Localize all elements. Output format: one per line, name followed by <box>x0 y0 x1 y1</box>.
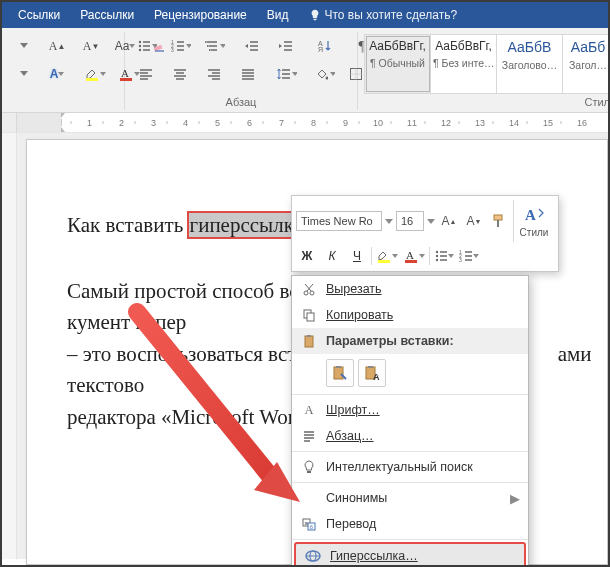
ctx-cut[interactable]: Вырезать <box>292 276 528 302</box>
chevron-down-icon[interactable] <box>427 211 435 231</box>
mini-font-size[interactable] <box>396 211 424 231</box>
justify-button[interactable] <box>233 62 263 86</box>
separator <box>292 539 528 540</box>
mini-styles-button[interactable]: A Стили <box>513 200 554 242</box>
shrink-font-button[interactable]: A▼ <box>76 34 106 58</box>
svg-point-15 <box>326 77 328 80</box>
tab-mailings[interactable]: Рассылки <box>70 2 144 28</box>
mini-shrink-font[interactable]: A▼ <box>463 210 485 232</box>
mini-bold[interactable]: Ж <box>296 245 318 267</box>
svg-rect-57 <box>405 260 417 263</box>
svg-text:3: 3 <box>171 47 174 53</box>
svg-point-4 <box>139 41 141 43</box>
numbering-button[interactable]: 123 <box>165 34 195 58</box>
underline-dropdown[interactable] <box>8 62 38 86</box>
bullet-list-icon <box>434 249 448 263</box>
text-run: кумент гипер <box>67 310 186 334</box>
line-spacing-icon <box>277 67 290 81</box>
svg-rect-75 <box>307 471 311 473</box>
svg-point-64 <box>304 291 308 295</box>
ribbon-group-paragraph: 123 <box>125 32 358 110</box>
style-heading1[interactable]: АаБбВ Заголово… <box>497 35 563 93</box>
clipboard-icon <box>302 334 316 348</box>
ctx-font[interactable]: A Шрифт… <box>292 397 528 423</box>
mini-underline[interactable]: Ч <box>346 245 368 267</box>
multilevel-list-button[interactable] <box>199 34 229 58</box>
lightbulb-icon <box>302 460 316 474</box>
horizontal-ruler[interactable]: 123 456 789 101112 131415 16 <box>17 113 608 132</box>
chevron-down-icon[interactable] <box>385 211 393 231</box>
svg-marker-51 <box>61 127 65 132</box>
scissors-icon <box>302 282 316 296</box>
copy-icon <box>302 308 316 322</box>
mini-highlight[interactable] <box>375 245 399 267</box>
svg-rect-68 <box>305 336 313 347</box>
chevron-down-icon <box>100 72 106 77</box>
increase-indent-button[interactable] <box>271 34 301 58</box>
paste-text-only[interactable]: A <box>358 359 386 387</box>
app-frame: Ссылки Рассылки Рецензирование Вид Что в… <box>0 0 610 567</box>
font-size-dropdown[interactable] <box>8 34 38 58</box>
chevron-down-icon <box>448 254 454 259</box>
svg-text:2: 2 <box>119 118 124 128</box>
style-heading2[interactable]: АаБб Загол… <box>563 35 610 93</box>
mini-font-name[interactable] <box>296 211 382 231</box>
ctx-translate[interactable]: аб Перевод <box>292 511 528 537</box>
align-left-button[interactable] <box>131 62 161 86</box>
tab-view[interactable]: Вид <box>257 2 299 28</box>
tab-references[interactable]: Ссылки <box>8 2 70 28</box>
mini-numbering[interactable]: 123 <box>458 245 480 267</box>
svg-text:6: 6 <box>247 118 252 128</box>
svg-text:15: 15 <box>543 118 553 128</box>
chevron-down-icon <box>392 254 398 259</box>
styles-icon: A <box>523 205 545 225</box>
ctx-copy[interactable]: Копировать <box>292 302 528 328</box>
ctx-smart-lookup[interactable]: Интеллектуальный поиск <box>292 454 528 480</box>
style-label: Загол… <box>565 59 610 71</box>
text-run: Как вставить <box>67 213 189 237</box>
ctx-paste-options-header: Параметры вставки: <box>292 328 528 354</box>
svg-point-59 <box>436 255 438 257</box>
mini-bullets[interactable] <box>433 245 455 267</box>
grow-font-button[interactable]: A▲ <box>42 34 72 58</box>
selected-text[interactable]: гиперссылку <box>189 213 306 237</box>
chevron-down-icon <box>220 44 225 49</box>
mini-format-painter[interactable] <box>488 210 510 232</box>
align-center-button[interactable] <box>165 62 195 86</box>
link-icon <box>305 549 321 563</box>
chevron-down-icon <box>186 44 191 49</box>
align-right-button[interactable] <box>199 62 229 86</box>
highlight-color-button[interactable] <box>80 62 110 86</box>
style-preview: АаБбВвГг, <box>435 39 492 53</box>
align-left-icon <box>139 67 153 81</box>
sort-button[interactable]: AЯ <box>309 34 339 58</box>
group-styles-label: Стил <box>364 94 610 110</box>
style-preview: АаБбВвГг, <box>369 39 426 53</box>
indent-icon <box>279 39 293 53</box>
group-paragraph-label: Абзац <box>131 94 351 110</box>
decrease-indent-button[interactable] <box>237 34 267 58</box>
ctx-hyperlink[interactable]: Гиперссылка… <box>294 542 526 567</box>
mini-grow-font[interactable]: A▲ <box>438 210 460 232</box>
svg-rect-69 <box>307 335 311 337</box>
svg-point-11 <box>207 45 209 47</box>
style-label: ¶ Без инте… <box>433 57 494 69</box>
ctx-synonyms[interactable]: Синонимы ▶ <box>292 485 528 511</box>
mini-italic[interactable]: К <box>321 245 343 267</box>
style-normal[interactable]: АаБбВвГг, ¶ Обычный <box>365 35 431 93</box>
svg-rect-73 <box>368 366 373 368</box>
ctx-paragraph[interactable]: Абзац… <box>292 423 528 449</box>
shading-button[interactable] <box>309 62 339 86</box>
mini-font-color[interactable]: A <box>402 245 426 267</box>
text-effects-button[interactable]: A <box>42 62 72 86</box>
bullets-button[interactable] <box>131 34 161 58</box>
ruler-corner[interactable] <box>2 113 17 132</box>
tell-me-search[interactable]: Что вы хотите сделать? <box>299 2 468 28</box>
svg-rect-71 <box>336 366 341 368</box>
tab-review[interactable]: Рецензирование <box>144 2 257 28</box>
styles-gallery[interactable]: АаБбВвГг, ¶ Обычный АаБбВвГг, ¶ Без инте… <box>364 34 610 94</box>
paste-keep-formatting[interactable] <box>326 359 354 387</box>
vertical-ruler[interactable] <box>2 133 17 559</box>
line-spacing-button[interactable] <box>271 62 301 86</box>
style-no-spacing[interactable]: АаБбВвГг, ¶ Без инте… <box>431 35 497 93</box>
